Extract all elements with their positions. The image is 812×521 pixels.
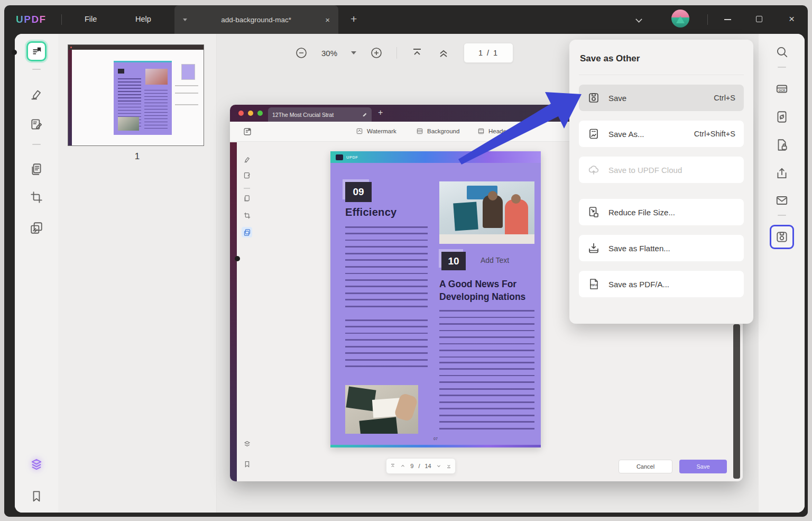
- menu-item-label: Save as PDF/A...: [608, 280, 669, 289]
- mini-crop-icon[interactable]: [242, 210, 252, 221]
- mac-collapse-handle[interactable]: [235, 256, 240, 261]
- page-footer-bar: [330, 445, 541, 447]
- menu-item-shortcut: Ctrl+S: [714, 94, 735, 102]
- menu-file[interactable]: File: [85, 15, 97, 23]
- chevron-down-icon[interactable]: [635, 16, 642, 22]
- avatar[interactable]: [671, 10, 689, 28]
- mac-minimize-icon: [248, 111, 253, 116]
- rail-divider: [778, 67, 786, 68]
- thumbnail-panel: 1: [58, 34, 217, 513]
- total-pages: 14: [425, 463, 431, 469]
- layers-icon[interactable]: [27, 455, 46, 474]
- page-thumbnail[interactable]: [68, 44, 204, 146]
- zoom-level[interactable]: 30%: [321, 49, 337, 58]
- panel-title: Save as Other: [580, 53, 744, 64]
- menu-item-save[interactable]: SaveCtrl+S: [579, 85, 744, 111]
- organize-pages-icon[interactable]: [27, 160, 46, 179]
- annotate-icon[interactable]: [27, 85, 46, 104]
- rename-pencil-icon[interactable]: [362, 112, 367, 117]
- blurred-text-block: [439, 362, 534, 429]
- mac-zoom-icon: [257, 111, 263, 116]
- page-separator: /: [418, 463, 420, 469]
- panel-divider: [579, 75, 744, 75]
- menu-item-save-as-pdf-a[interactable]: PDF/ASave as PDF/A...: [579, 271, 744, 297]
- new-tab-button[interactable]: +: [350, 13, 357, 25]
- next-page-icon[interactable]: [436, 463, 441, 469]
- confirm-save-button[interactable]: Save: [679, 460, 727, 473]
- floppy-icon: [587, 92, 600, 104]
- scroll-to-top-icon[interactable]: [411, 47, 423, 59]
- page-logo-icon: [336, 154, 343, 160]
- right-toolbar: OCR: [759, 34, 805, 513]
- watermark-tool[interactable]: Watermark: [356, 127, 396, 135]
- last-page-icon[interactable]: [446, 463, 451, 469]
- convert-icon[interactable]: [772, 107, 791, 126]
- mac-document-tab[interactable]: 12The Most Crucial Strat: [268, 107, 372, 122]
- mac-reader-icon[interactable]: [243, 127, 252, 139]
- save-as-other-panel: Save as Other SaveCtrl+SSave As...Ctrl+S…: [569, 40, 753, 324]
- mini-annotate-icon[interactable]: [242, 154, 252, 164]
- current-page[interactable]: 9: [410, 463, 413, 469]
- mac-scrollbar[interactable]: [733, 324, 740, 479]
- menu-item-label: Save to UPDF Cloud: [608, 166, 682, 175]
- ocr-icon[interactable]: OCR: [772, 79, 791, 98]
- titlebar-separator: [61, 14, 62, 25]
- mini-bookmark-icon[interactable]: [242, 459, 252, 469]
- page-indicator[interactable]: 1 / 1: [464, 43, 513, 63]
- menu-item-save-as-flatten[interactable]: Save as Flatten...: [579, 235, 744, 261]
- mac-tab-title: 12The Most Crucial Strat: [272, 112, 359, 118]
- background-tool[interactable]: Background: [416, 127, 459, 135]
- svg-text:OCR: OCR: [778, 89, 785, 92]
- sidebar-collapse-handle[interactable]: [12, 50, 17, 55]
- tab-dropdown-icon[interactable]: [183, 19, 187, 21]
- pdf-page[interactable]: UPDF 09 Efficiency 10 Add Text A Good: [330, 151, 541, 447]
- save-icon-selected[interactable]: [768, 223, 796, 251]
- minimize-button[interactable]: [724, 19, 731, 20]
- toolbar-divider: [396, 47, 397, 59]
- tab-close-icon[interactable]: ×: [325, 16, 330, 24]
- menu-help[interactable]: Help: [135, 15, 151, 23]
- chevrons-up-icon[interactable]: [437, 47, 450, 59]
- crop-pages-icon[interactable]: [27, 188, 46, 207]
- mini-layers-icon[interactable]: [242, 438, 252, 449]
- flatten-icon: [587, 242, 600, 254]
- previous-page-icon[interactable]: [400, 463, 405, 469]
- section-heading-good-news: A Good News For Developing Nations: [439, 278, 538, 303]
- page-footer-number: 07: [330, 437, 541, 441]
- reduce-icon: [587, 206, 600, 218]
- edit-page-icon[interactable]: [27, 115, 46, 134]
- menu-item-label: Reduce File Size...: [608, 208, 675, 217]
- mac-edge-gradient: [230, 142, 237, 481]
- bookmark-icon[interactable]: [27, 487, 46, 506]
- save-as-icon: [587, 127, 600, 140]
- cloud-icon: [587, 163, 600, 176]
- mac-pagination: 9 / 14: [386, 458, 456, 474]
- mac-new-tab-button[interactable]: +: [378, 108, 383, 117]
- reader-view-icon[interactable]: [26, 41, 47, 61]
- search-icon[interactable]: [772, 42, 791, 61]
- mail-icon[interactable]: [772, 191, 791, 210]
- document-tab[interactable]: add-background-mac* ×: [174, 5, 338, 34]
- protect-icon[interactable]: [772, 135, 791, 154]
- add-text-label: Add Text: [481, 256, 509, 264]
- zoom-in-icon[interactable]: [370, 47, 383, 59]
- zoom-dropdown-icon[interactable]: [351, 51, 356, 54]
- thumbnail-page-number: 1: [58, 151, 216, 162]
- close-button[interactable]: ×: [789, 12, 795, 26]
- menu-item-reduce-file-size[interactable]: Reduce File Size...: [579, 199, 744, 225]
- pdfa-icon: PDF/A: [587, 278, 600, 290]
- extract-pages-icon[interactable]: [27, 218, 46, 237]
- cancel-button[interactable]: Cancel: [619, 460, 672, 473]
- first-page-icon[interactable]: [390, 463, 395, 469]
- mini-organize-icon[interactable]: [242, 193, 252, 204]
- zoom-out-icon[interactable]: [295, 47, 308, 59]
- header-footer-tool[interactable]: Header &: [477, 127, 514, 135]
- mini-pages-icon[interactable]: [242, 227, 252, 237]
- menu-item-save-as[interactable]: Save As...Ctrl+Shift+S: [579, 121, 744, 147]
- share-icon[interactable]: [772, 164, 791, 183]
- mac-close-icon: [238, 111, 244, 116]
- page-header-bar: UPDF: [330, 151, 541, 163]
- mini-edit-icon[interactable]: [242, 170, 252, 180]
- maximize-button[interactable]: [756, 16, 762, 22]
- mac-traffic-lights[interactable]: [238, 111, 263, 116]
